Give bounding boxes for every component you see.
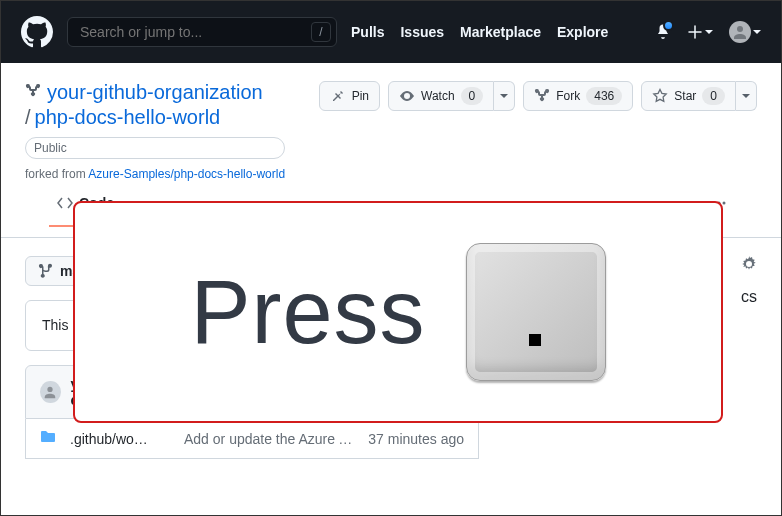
user-menu[interactable] [729,21,761,43]
period-keycap-icon [466,243,606,381]
pin-button[interactable]: Pin [319,81,380,111]
star-button[interactable]: Star 0 [641,81,736,111]
notifications-icon[interactable] [655,23,671,42]
repo-link[interactable]: php-docs-hello-world [35,106,221,128]
slash-key-hint: / [311,22,331,42]
path-separator: / [25,106,31,128]
caret-down-icon [753,30,761,34]
svg-point-4 [48,387,53,392]
forked-from-link[interactable]: Azure-Samples/php-docs-hello-world [88,167,285,181]
repo-fork-icon [25,81,41,104]
repo-action-buttons: Pin Watch 0 Fork 436 Star 0 [319,81,757,111]
header-actions [655,21,761,43]
nav-issues[interactable]: Issues [400,24,444,40]
search-input[interactable] [67,17,337,47]
watch-button[interactable]: Watch 0 [388,81,494,111]
watch-button-group: Watch 0 [388,81,515,111]
svg-point-3 [723,201,726,204]
global-search[interactable]: / [67,17,337,47]
nav-marketplace[interactable]: Marketplace [460,24,541,40]
star-menu[interactable] [736,81,757,111]
avatar-icon [729,21,751,43]
fork-button[interactable]: Fork 436 [523,81,633,111]
file-commit-message[interactable]: Add or update the Azure Ap… [184,431,354,447]
caret-down-icon [705,30,713,34]
star-count: 0 [702,87,725,105]
avatar-icon [40,381,61,403]
pin-label: Pin [352,89,369,103]
nav-explore[interactable]: Explore [557,24,608,40]
fork-count: 436 [586,87,622,105]
file-row[interactable]: .github/wo… Add or update the Azure Ap… … [25,419,479,459]
notification-dot [663,20,674,31]
forked-from: forked from Azure-Samples/php-docs-hello… [25,167,285,181]
overlay-text: Press [190,261,425,364]
file-commit-time: 37 minutes ago [368,431,464,447]
nav-pulls[interactable]: Pulls [351,24,384,40]
press-key-overlay: Press [73,201,723,423]
file-name[interactable]: .github/wo… [70,431,170,447]
visibility-badge: Public [25,137,285,159]
star-button-group: Star 0 [641,81,757,111]
watch-menu[interactable] [494,81,515,111]
watch-count: 0 [461,87,484,105]
svg-point-0 [737,26,743,32]
global-header: / Pulls Issues Marketplace Explore [1,1,781,63]
directory-icon [40,429,56,448]
org-link[interactable]: your-github-organization [47,81,263,104]
create-new-menu[interactable] [687,24,713,40]
primary-nav: Pulls Issues Marketplace Explore [351,24,608,40]
gear-icon[interactable] [741,256,757,275]
github-logo-icon[interactable] [21,16,53,48]
